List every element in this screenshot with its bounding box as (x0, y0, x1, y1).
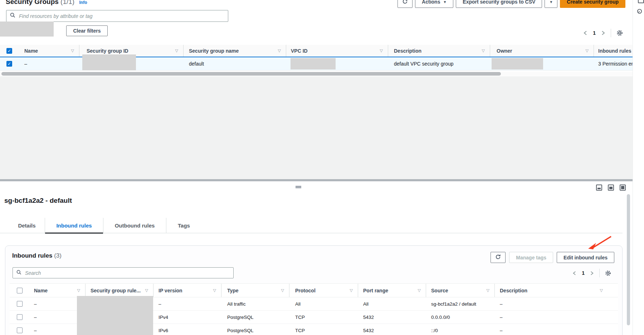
rail-partial-icon[interactable] (638, 0, 644, 3)
column-header-vpc-id[interactable]: VPC ID▽ (286, 45, 388, 57)
cell-inbound-rules: 3 Permission entries (594, 57, 633, 70)
sort-icon[interactable]: ▽ (71, 48, 79, 53)
column-header-sg-name[interactable]: Security group name▽ (184, 45, 286, 57)
inbound-rules-count: (3) (54, 252, 62, 259)
next-page-icon[interactable] (601, 30, 606, 36)
sort-icon[interactable]: ▽ (586, 48, 594, 53)
split-panel-divider[interactable] (0, 179, 633, 181)
cell-source: 0.0.0.0/0 (426, 311, 495, 324)
sort-icon[interactable]: ▽ (380, 48, 388, 53)
resource-count: (1/1) (60, 0, 74, 5)
next-page-icon[interactable] (590, 271, 594, 276)
search-icon (16, 270, 21, 276)
tab-tags[interactable]: Tags (166, 218, 201, 233)
actions-button[interactable]: Actions ▼ (415, 0, 453, 8)
security-groups-split-view: Security Groups (1/1) Info Actions ▼ Exp… (0, 0, 633, 335)
export-csv-menu-button[interactable]: ▼ (545, 0, 557, 8)
panel-size-full-icon[interactable] (620, 185, 626, 191)
search-icon (10, 13, 15, 19)
sort-icon[interactable]: ▽ (213, 288, 221, 293)
refresh-button[interactable] (397, 0, 413, 8)
sort-icon[interactable]: ▽ (482, 48, 490, 53)
manage-tags-button[interactable]: Manage tags (509, 252, 553, 263)
horizontal-scrollbar (0, 72, 633, 76)
create-security-group-button[interactable]: Create security group (560, 0, 625, 8)
cell-description: – (495, 324, 608, 335)
info-link[interactable]: Info (79, 0, 87, 5)
column-header-inbound-rules[interactable]: Inbound rules count (594, 45, 633, 57)
column-header-description[interactable]: Description▽ (495, 284, 608, 297)
sort-icon[interactable]: ▽ (175, 48, 183, 53)
header-toolbar: Actions ▼ Export security groups to CSV … (397, 0, 625, 8)
previous-page-icon[interactable] (583, 30, 588, 36)
rules-search[interactable] (13, 267, 234, 278)
tab-outbound-rules[interactable]: Outbound rules (103, 218, 166, 233)
export-csv-label: Export security groups to CSV (463, 0, 535, 5)
vertical-scrollbar-thumb[interactable] (627, 194, 630, 325)
refresh-icon (495, 254, 501, 261)
cell-source: sg-bcf1a2a2 / default (426, 297, 495, 310)
column-header-name[interactable]: Name▽ (30, 284, 86, 297)
rules-search-input[interactable] (24, 270, 230, 276)
rail-circle-icon[interactable] (637, 9, 642, 15)
column-header-protocol[interactable]: Protocol▽ (289, 284, 358, 297)
column-header-owner[interactable]: Owner▽ (490, 45, 594, 57)
find-resources-search[interactable] (6, 10, 228, 22)
select-all-checkbox[interactable]: ✓ (6, 48, 12, 54)
row-checkbox[interactable] (17, 327, 23, 333)
clear-filters-label: Clear filters (73, 28, 101, 34)
sort-icon[interactable]: ▽ (145, 288, 153, 293)
cell-protocol: All (289, 297, 358, 310)
export-csv-button[interactable]: Export security groups to CSV (456, 0, 542, 8)
split-panel-drag-handle[interactable] (296, 186, 301, 189)
preferences-gear-icon[interactable] (616, 29, 623, 37)
row-checkbox[interactable] (17, 301, 23, 307)
select-all-cell: ✓ (0, 45, 19, 57)
cell-protocol: TCP (289, 324, 358, 335)
manage-tags-label: Manage tags (516, 255, 546, 260)
cell-type: PostgreSQL (221, 324, 289, 335)
sort-icon[interactable]: ▽ (418, 288, 426, 293)
edit-inbound-rules-label: Edit inbound rules (564, 255, 608, 260)
column-header-type[interactable]: Type▽ (221, 284, 289, 297)
vpc-id-redaction (291, 58, 336, 70)
sort-icon[interactable]: ▽ (281, 288, 289, 293)
cell-protocol: TCP (289, 311, 358, 324)
edit-inbound-rules-button[interactable]: Edit inbound rules (557, 252, 614, 263)
horizontal-scrollbar-thumb[interactable] (1, 72, 501, 76)
cell-type: PostgreSQL (221, 311, 289, 324)
sort-icon[interactable]: ▽ (487, 288, 494, 293)
select-all-checkbox[interactable] (17, 288, 23, 293)
column-header-source[interactable]: Source▽ (426, 284, 495, 297)
column-header-ip-version[interactable]: IP version▽ (153, 284, 221, 297)
tab-details[interactable]: Details (9, 218, 45, 233)
previous-page-icon[interactable] (572, 271, 577, 276)
sort-icon[interactable]: ▽ (600, 288, 608, 293)
preferences-gear-icon[interactable] (605, 270, 611, 277)
panel-size-small-icon[interactable] (596, 185, 602, 191)
panel-size-medium-icon[interactable] (608, 185, 614, 191)
column-header-rule-id[interactable]: Security group rule...▽ (86, 284, 153, 297)
row-checkbox[interactable]: ✓ (6, 61, 12, 67)
sort-icon[interactable]: ▽ (77, 288, 85, 293)
split-panel-layout-toggles (596, 185, 626, 191)
column-header-port-range[interactable]: Port range▽ (358, 284, 426, 297)
create-security-group-label: Create security group (567, 0, 619, 5)
sort-icon[interactable]: ▽ (350, 288, 358, 293)
current-page[interactable]: 1 (582, 270, 585, 276)
rule-id-redaction (77, 296, 153, 335)
column-header-name[interactable]: Name▽ (19, 45, 79, 57)
row-checkbox[interactable] (17, 314, 23, 320)
refresh-button[interactable] (491, 252, 506, 263)
divider (611, 29, 611, 37)
column-header-description[interactable]: Description▽ (388, 45, 490, 57)
sg-id-redaction (82, 54, 136, 70)
current-page[interactable]: 1 (593, 30, 596, 36)
clear-filters-button[interactable]: Clear filters (66, 25, 108, 36)
right-rail (633, 0, 644, 335)
tab-inbound-rules[interactable]: Inbound rules (45, 218, 103, 233)
cell-source: ::/0 (426, 324, 495, 335)
find-resources-input[interactable] (18, 13, 224, 19)
sort-icon[interactable]: ▽ (278, 48, 286, 53)
page-title: Security Groups (1/1) Info (6, 0, 87, 6)
